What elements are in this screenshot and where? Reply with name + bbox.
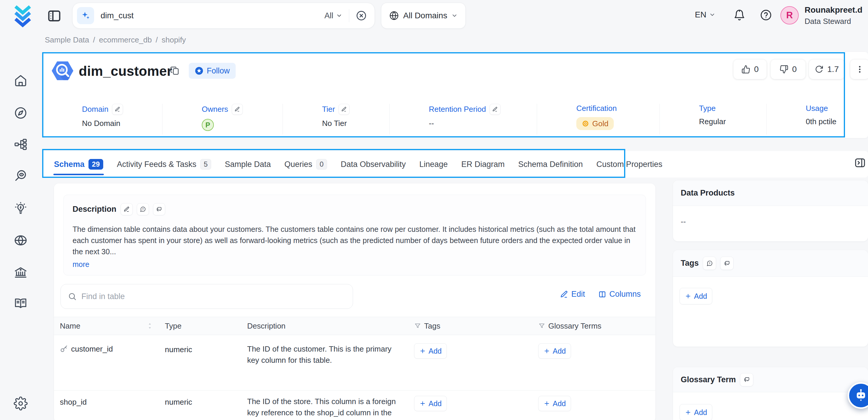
edit-tier-button[interactable] <box>339 104 349 115</box>
plus-icon <box>420 348 426 354</box>
tags-conversation-button[interactable] <box>720 257 734 270</box>
add-glossary-term-button[interactable]: Add <box>538 396 571 411</box>
gold-medal-icon <box>582 120 589 127</box>
nav-governance[interactable] <box>13 266 28 280</box>
column-header-name[interactable]: Name <box>54 317 161 335</box>
tab-schema-definition[interactable]: Schema Definition <box>518 160 583 169</box>
edit-table-button[interactable]: Edit <box>560 290 585 299</box>
nav-glossary[interactable] <box>13 296 28 310</box>
cell-tags: Add <box>410 335 535 390</box>
svg-text:?: ? <box>709 262 710 265</box>
tab-data-observability[interactable]: Data Observability <box>341 160 406 169</box>
edit-domain-button[interactable] <box>112 104 123 115</box>
tab-activity-feeds[interactable]: Activity Feeds & Tasks 5 <box>117 159 211 170</box>
sort-icon[interactable] <box>147 322 153 330</box>
edit-owners-button[interactable] <box>232 104 243 115</box>
add-glossary-term-button[interactable]: Add <box>538 343 571 359</box>
add-tag-button[interactable]: Add <box>414 343 447 359</box>
more-options-button[interactable] <box>850 60 868 79</box>
breadcrumb-item[interactable]: Sample Data <box>45 35 89 44</box>
copy-name-icon[interactable] <box>169 65 180 76</box>
domain-filter-dropdown[interactable]: All Domains <box>381 3 466 29</box>
search-scope-dropdown[interactable]: All <box>324 11 342 20</box>
language-selector[interactable]: EN <box>695 10 715 20</box>
description-card: Description ? <box>63 195 646 275</box>
add-tag-label: Add <box>429 347 441 355</box>
request-description-button[interactable]: ? <box>137 203 149 215</box>
entity-header-card: dim_customer Follow 0 0 <box>42 52 868 138</box>
chevron-down-icon <box>451 12 458 19</box>
global-search-bar[interactable]: All <box>72 3 375 29</box>
nav-home[interactable] <box>13 74 28 88</box>
app-logo[interactable] <box>11 3 34 29</box>
meta-tier-value: No Tier <box>322 119 389 128</box>
column-name[interactable]: customer_id <box>71 344 113 354</box>
tab-lineage[interactable]: Lineage <box>420 160 448 169</box>
upvote-button[interactable]: 0 <box>734 60 767 79</box>
columns-table: Name Type Description Tags <box>54 317 655 420</box>
tab-schema-badge: 29 <box>89 159 103 170</box>
search-scope-label: All <box>324 11 333 20</box>
help-icon[interactable] <box>760 9 772 21</box>
bank-governance-icon <box>13 266 28 280</box>
clear-search-icon[interactable] <box>356 10 367 21</box>
entity-title: dim_customer <box>79 63 172 79</box>
nav-data-assets[interactable] <box>13 138 28 152</box>
comment-question-icon: ? <box>140 206 146 212</box>
user-avatar[interactable]: R <box>780 6 799 25</box>
tab-sample-data-label: Sample Data <box>225 160 271 169</box>
notifications-bell-icon[interactable] <box>733 9 746 21</box>
sidebar-toggle-button[interactable] <box>46 8 62 24</box>
version-number: 1.7 <box>827 65 839 74</box>
edit-table-label: Edit <box>571 290 585 299</box>
meta-usage-label: Usage <box>806 104 828 113</box>
tab-sample-data[interactable]: Sample Data <box>225 160 271 169</box>
chat-bubbles-icon <box>156 206 162 212</box>
nav-settings[interactable] <box>13 396 28 411</box>
collapse-right-panel-icon[interactable] <box>854 157 866 169</box>
add-tags-button[interactable]: Add <box>680 288 712 304</box>
nav-observability[interactable] <box>13 169 28 183</box>
version-button[interactable]: 1.7 <box>809 60 844 79</box>
breadcrumb-item[interactable]: ecommerce_db <box>99 35 152 44</box>
tab-schema[interactable]: Schema 29 <box>54 159 103 170</box>
description-more-link[interactable]: more <box>72 260 89 269</box>
nav-insights[interactable] <box>13 202 28 216</box>
meta-usage-value: 0th pctile <box>806 117 868 126</box>
description-conversation-button[interactable] <box>153 203 165 215</box>
global-search-input[interactable] <box>100 11 318 20</box>
user-info[interactable]: Rounakpreet.d Data Steward <box>805 5 862 26</box>
tab-er-diagram[interactable]: ER Diagram <box>461 160 505 169</box>
add-tag-button[interactable]: Add <box>414 396 447 411</box>
edit-description-button[interactable] <box>121 203 133 215</box>
breadcrumb-separator: / <box>156 35 158 44</box>
breadcrumb-item[interactable]: shopify <box>162 35 186 44</box>
tab-queries-badge: 0 <box>316 159 327 170</box>
tab-queries[interactable]: Queries 0 <box>284 159 327 170</box>
cell-glossary-terms: Add <box>535 390 655 420</box>
search-icon <box>68 292 77 301</box>
glossary-term-card: Glossary Term Add <box>673 367 868 420</box>
table-row-customer-id: customer_id numeric The ID of the custom… <box>54 335 655 390</box>
owner-avatar[interactable]: P <box>202 119 214 131</box>
meta-retention-label: Retention Period <box>429 105 486 114</box>
downvote-button[interactable]: 0 <box>771 60 805 79</box>
nav-explore[interactable] <box>13 106 28 120</box>
edit-retention-button[interactable] <box>490 104 500 115</box>
columns-config-button[interactable]: Columns <box>598 290 641 299</box>
request-tags-button[interactable]: ? <box>703 257 716 270</box>
tab-custom-properties[interactable]: Custom Properties <box>596 160 662 169</box>
follow-button[interactable]: Follow <box>189 63 236 79</box>
add-glossary-term-button[interactable]: Add <box>680 404 712 420</box>
filter-funnel-icon[interactable] <box>414 322 421 329</box>
glossary-conversation-button[interactable] <box>740 373 753 386</box>
chevron-down-icon <box>709 11 715 18</box>
nav-domains[interactable] <box>13 233 28 247</box>
filter-funnel-icon[interactable] <box>538 322 545 329</box>
user-avatar-initial: R <box>786 10 793 21</box>
header-glossary-terms-label: Glossary Terms <box>548 322 601 331</box>
pencil-icon <box>492 107 498 112</box>
tab-queries-label: Queries <box>284 160 312 169</box>
column-name[interactable]: shop_id <box>60 398 87 407</box>
find-in-table-input[interactable] <box>82 292 346 301</box>
